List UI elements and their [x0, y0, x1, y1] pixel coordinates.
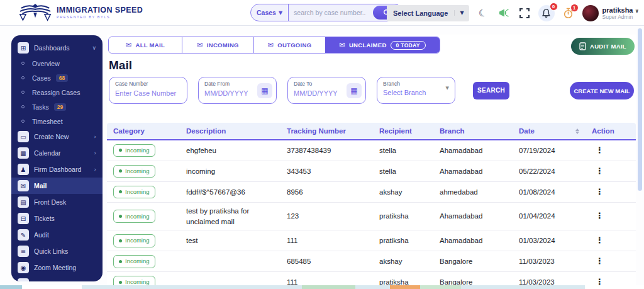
notifications-button[interactable]: 0 [538, 5, 555, 21]
brand-logo[interactable]: IMMIGRATION SPEED PRESENTED BY BYLS [18, 2, 143, 22]
user-menu[interactable]: pratiksha∨ Super Admin [582, 5, 639, 21]
sidebar-item-cases[interactable]: Cases 68 [11, 71, 103, 85]
scrollbar-segment [390, 285, 420, 289]
app-window: IMMIGRATION SPEED PRESENTED BY BYLS Case… [0, 0, 644, 289]
language-select-button[interactable]: Select Language ▼ [387, 5, 469, 21]
row-actions-menu-button[interactable]: ⋮ [592, 235, 608, 245]
sidebar-item-reassign-cases[interactable]: Reassign Cases [11, 85, 103, 99]
chevron-down-icon: ▼ [279, 10, 282, 16]
user-meta: pratiksha∨ Super Admin [602, 6, 639, 20]
sidebar-item-label: Cases [32, 74, 51, 82]
cell-description: test [180, 232, 280, 249]
bullet-icon [21, 105, 25, 108]
column-header-category[interactable]: Category [107, 127, 180, 135]
tab-label: INCOMING [207, 42, 239, 48]
cell-tracking-number: 8956 [280, 184, 373, 201]
fullscreen-button[interactable] [518, 6, 531, 20]
fullscreen-icon [519, 8, 530, 18]
top-bar: IMMIGRATION SPEED PRESENTED BY BYLS Case… [0, 0, 644, 26]
mail-tabs: ✉ ALL MAIL ✉ INCOMING ✉ OUTGOING ✉ UNCLA… [108, 37, 440, 54]
tab-outgoing[interactable]: ✉ OUTGOING [253, 37, 325, 53]
sidebar-item-tasks[interactable]: Tasks 29 [11, 99, 103, 114]
scrollbar-segment [585, 285, 644, 289]
calendar-icon: ▦ [350, 86, 357, 95]
date-from-filter: Date From ▦ [198, 77, 277, 104]
vertical-scrollbar[interactable] [638, 28, 642, 191]
row-actions-menu-button[interactable]: ⋮ [592, 277, 608, 285]
sidebar-item-chats[interactable]: ✆ Chats [11, 276, 103, 281]
branch-label: Branch [383, 81, 449, 87]
table-row: Incoming test 111 pratiksha Ahamadabad 0… [107, 230, 636, 251]
scrollbar-segment [420, 285, 461, 289]
cell-branch: Ahamadabad [433, 142, 513, 159]
case-number-input[interactable] [115, 89, 181, 97]
sidebar-item-label: Overview [32, 60, 60, 67]
branch-filter[interactable]: Branch Select Branch ▼ [377, 77, 455, 104]
search-scope-dropdown[interactable]: Cases ▼ [251, 4, 289, 21]
cell-description: test by pratiksha for unclaimed mail [180, 203, 280, 230]
sidebar-item-create-new[interactable]: ▭ Create New › [11, 128, 103, 145]
tab-unclaimed[interactable]: ✉ UNCLAIMED 0 TODAY [325, 37, 440, 53]
sidebar-item-mail[interactable]: ✉ Mail [11, 178, 103, 194]
cell-description [180, 279, 280, 285]
cell-tracking-number: 343453 [280, 163, 373, 180]
folder-icon: ▭ [18, 131, 29, 142]
column-header-branch[interactable]: Branch [433, 127, 513, 135]
cell-tracking-number: 37387438439 [280, 142, 373, 159]
column-header-date[interactable]: Date [513, 127, 586, 135]
branch-select-value[interactable]: Select Branch [383, 89, 449, 96]
status-dot-icon [119, 169, 122, 173]
sidebar-item-front-desk[interactable]: ▤ Front Desk [11, 194, 103, 210]
sidebar-item-tickets[interactable]: ⊟ Tickets [11, 210, 103, 227]
cell-recipient: stella [373, 163, 433, 180]
row-actions-menu-button[interactable]: ⋮ [592, 211, 608, 220]
column-header-tracking-number[interactable]: Tracking Number [280, 127, 373, 135]
sidebar-item-dashboards[interactable]: ⊞ Dashboards ∨ [11, 40, 103, 56]
dark-mode-toggle[interactable]: ☾ [476, 6, 490, 20]
search-filter-button[interactable]: SEARCH [473, 82, 509, 99]
audit-mail-button[interactable]: AUDIT MAIL [571, 38, 635, 55]
user-name: pratiksha∨ [602, 6, 639, 14]
sidebar-item-timesheet[interactable]: Timesheet [11, 114, 103, 128]
create-new-mail-button[interactable]: CREATE NEW MAIL [570, 82, 634, 99]
sidebar-item-calendar[interactable]: ▦ Calendar › [11, 145, 103, 161]
user-icon: ♟ [18, 164, 29, 175]
row-actions-menu-button[interactable]: ⋮ [592, 187, 608, 196]
cell-branch: Ahamadabad [433, 163, 513, 180]
row-actions-menu-button[interactable]: ⋮ [592, 256, 608, 266]
sidebar-item-audit[interactable]: ✎ Audit [11, 227, 103, 243]
cell-branch: ahmedabad [433, 184, 513, 201]
user-role: Super Admin [602, 14, 633, 20]
sidebar-item-quick-links[interactable]: ≡ Quick Links [11, 243, 103, 259]
sidebar-item-label: Create New [34, 133, 69, 140]
table-row: Incoming 111 pratiksha Bangalore 11/03/2… [107, 272, 636, 285]
table-row: Incoming incoming 343453 stella Ahamadab… [107, 161, 636, 182]
video-icon: ◉ [18, 262, 29, 273]
horizontal-scrollbar[interactable] [0, 285, 644, 289]
row-actions-menu-button[interactable]: ⋮ [592, 166, 608, 176]
tab-all-mail[interactable]: ✉ ALL MAIL [109, 37, 182, 53]
column-header-description[interactable]: Description [180, 127, 280, 135]
search-input[interactable] [289, 9, 373, 16]
sidebar-item-overview[interactable]: Overview [11, 56, 103, 71]
sidebar-item-label: Mail [34, 182, 47, 190]
audit-icon: ✎ [18, 229, 29, 241]
column-header-recipient[interactable]: Recipient [373, 127, 433, 135]
cell-description: incoming [180, 163, 280, 180]
reminders-button[interactable]: 1 [562, 6, 575, 20]
sidebar-item-firm-dashboard[interactable]: ♟ Firm Dashboard › [11, 161, 103, 178]
bullet-icon [21, 120, 25, 123]
sort-toggle-icon[interactable] [575, 128, 579, 134]
calendar-icon: ▦ [18, 147, 29, 159]
mail-table-body: Incoming ehgfeheu 37387438439 stella Aha… [107, 140, 636, 285]
tab-incoming[interactable]: ✉ INCOMING [182, 37, 253, 53]
sidebar-item-zoom-meeting[interactable]: ◉ Zoom Meeting [11, 259, 103, 276]
sidebar-item-label: Audit [34, 231, 49, 239]
announcements-button[interactable] [497, 6, 511, 20]
date-from-calendar-button[interactable]: ▦ [257, 83, 272, 98]
row-actions-menu-button[interactable]: ⋮ [592, 145, 608, 155]
date-to-calendar-button[interactable]: ▦ [347, 83, 362, 98]
category-badge: Incoming [113, 234, 155, 247]
scrollbar-thumb[interactable] [22, 285, 82, 289]
chat-icon: ✆ [18, 278, 29, 281]
